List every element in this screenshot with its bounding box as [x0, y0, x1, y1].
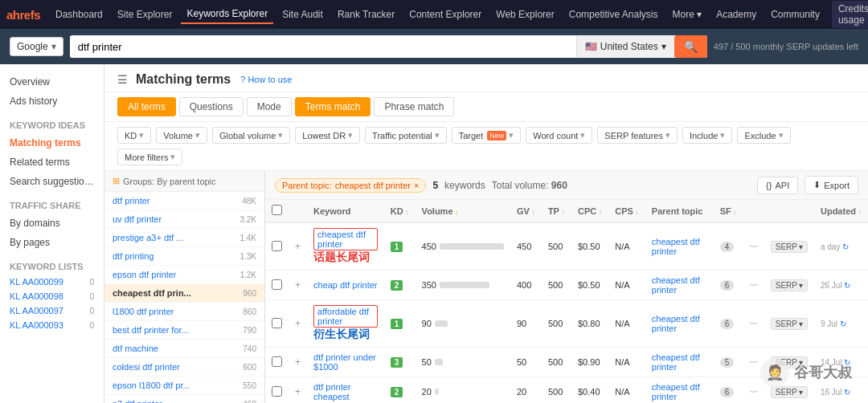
sidebar-item-ads-history[interactable]: Ads history — [0, 92, 104, 111]
sidebar-kw-list-2[interactable]: KL AA000097 0 — [0, 303, 104, 318]
keyword-link[interactable]: affordable dtf printer — [313, 305, 378, 328]
col-kd[interactable]: KD — [384, 200, 416, 222]
tab-all-terms[interactable]: All terms — [117, 97, 176, 116]
serp-dropdown[interactable]: SERP — [771, 279, 808, 291]
add-row-icon[interactable]: + — [295, 241, 301, 252]
row-checkbox[interactable] — [272, 386, 282, 397]
filter-kd[interactable]: KD — [117, 127, 151, 144]
refresh-icon[interactable]: ↻ — [840, 320, 846, 328]
group-item-8[interactable]: dtf machine740 — [104, 340, 264, 358]
filter-serp-features[interactable]: SERP features — [597, 127, 678, 144]
parent-topic-link[interactable]: cheapest dtf printer — [652, 237, 700, 256]
col-cps[interactable]: CPS — [608, 200, 645, 222]
add-row-icon[interactable]: + — [295, 318, 301, 329]
select-all-checkbox[interactable] — [272, 205, 282, 215]
group-item-10[interactable]: epson l1800 dtf pr...550 — [104, 377, 264, 395]
nav-web-explorer[interactable]: Web Explorer — [490, 6, 559, 23]
serp-dropdown[interactable]: SERP — [771, 386, 808, 398]
country-selector[interactable]: 🇺🇸 United States — [576, 36, 674, 57]
kd-badge: 2 — [391, 387, 403, 397]
filter-traffic-potential[interactable]: Traffic potential — [365, 127, 447, 144]
credits-usage[interactable]: Credits usage — [832, 1, 868, 28]
group-item-6[interactable]: l1800 dtf printer860 — [104, 303, 264, 321]
parent-topic-link[interactable]: cheapest dtf printer — [652, 352, 700, 372]
tab-questions[interactable]: Questions — [179, 97, 244, 116]
nav-content-explorer[interactable]: Content Explorer — [403, 6, 487, 23]
sidebar-item-by-domains[interactable]: By domains — [0, 214, 104, 233]
tab-mode[interactable]: Mode — [247, 97, 292, 116]
api-button[interactable]: {} API — [757, 177, 798, 194]
group-item-7[interactable]: best dtf printer for...790 — [104, 321, 264, 340]
nav-more[interactable]: More — [666, 6, 707, 23]
group-item-5[interactable]: cheapest dtf prin...960 — [104, 284, 264, 303]
group-item-1[interactable]: uv dtf printer3.2K — [104, 210, 264, 229]
group-item-4[interactable]: epson dtf printer1.2K — [104, 266, 264, 284]
filter-word-count[interactable]: Word count — [526, 127, 592, 144]
engine-selector[interactable]: Google — [10, 37, 63, 56]
filter-target[interactable]: TargetNew — [452, 127, 522, 144]
nav-site-explorer[interactable]: Site Explorer — [112, 6, 178, 23]
parent-topic-filter[interactable]: Parent topic: cheapest dtf printer — [275, 178, 426, 193]
keyword-link[interactable]: dtf printer cheapest — [313, 382, 350, 401]
group-item-0[interactable]: dtf printer48K — [104, 192, 264, 210]
serp-dropdown[interactable]: SERP — [771, 241, 808, 253]
add-row-icon[interactable]: + — [295, 279, 301, 291]
filter-exclude[interactable]: Exclude — [737, 127, 790, 144]
group-item-2[interactable]: prestige a3+ dtf ...1.4K — [104, 229, 264, 247]
nav-rank-tracker[interactable]: Rank Tracker — [332, 6, 400, 23]
export-button[interactable]: ⬇ Export — [805, 176, 858, 194]
sidebar-item-overview[interactable]: Overview — [0, 72, 104, 92]
filter-lowest-dr[interactable]: Lowest DR — [295, 127, 360, 144]
refresh-icon[interactable]: ↻ — [844, 281, 850, 290]
group-item-3[interactable]: dtf printing1.3K — [104, 247, 264, 266]
keyword-link[interactable]: cheapest dtf printer — [313, 228, 378, 250]
group-item-9[interactable]: coldesi dtf printer600 — [104, 358, 264, 377]
row-checkbox[interactable] — [272, 318, 282, 328]
sidebar-item-by-pages[interactable]: By pages — [0, 233, 104, 252]
parent-topic-link[interactable]: cheapest dtf printer — [652, 382, 700, 401]
filter-include[interactable]: Include — [682, 127, 732, 144]
hamburger-icon[interactable]: ☰ — [117, 73, 128, 86]
nav-community[interactable]: Community — [765, 6, 825, 23]
refresh-icon[interactable]: ↻ — [844, 388, 850, 397]
col-gv[interactable]: GV — [510, 200, 542, 222]
refresh-icon[interactable]: ↻ — [842, 242, 849, 251]
keyword-link[interactable]: cheap dtf printer — [313, 280, 378, 290]
nav-site-audit[interactable]: Site Audit — [276, 6, 329, 23]
keyword-search-input[interactable] — [70, 36, 576, 58]
nav-keywords-explorer[interactable]: Keywords Explorer — [181, 5, 273, 24]
search-button[interactable]: 🔍 — [674, 35, 707, 58]
search-bar: Google 🇺🇸 United States 🔍 497 / 500 mont… — [0, 29, 868, 64]
how-to-use-link[interactable]: ? How to use — [240, 75, 292, 84]
sidebar-kw-list-0[interactable]: KL AA000099 0 — [0, 275, 104, 289]
row-checkbox[interactable] — [272, 279, 282, 290]
col-updated[interactable]: Updated — [814, 200, 868, 222]
sidebar-kw-list-1[interactable]: KL AA000098 0 — [0, 289, 104, 303]
sidebar-kw-list-3[interactable]: KL AA000093 0 — [0, 318, 104, 332]
row-checkbox[interactable] — [272, 356, 282, 367]
add-row-icon[interactable]: + — [295, 386, 301, 397]
nav-competitive-analysis[interactable]: Competitive Analysis — [563, 6, 664, 23]
add-row-icon[interactable]: + — [295, 356, 301, 368]
keyword-link[interactable]: dtf printer under $1000 — [313, 352, 376, 372]
row-checkbox[interactable] — [272, 241, 282, 251]
col-volume[interactable]: Volume — [416, 200, 510, 222]
page-header: ☰ Matching terms ? How to use — [104, 64, 868, 92]
nav-dashboard[interactable]: Dashboard — [50, 6, 108, 23]
sidebar-item-search-suggestions[interactable]: Search suggestions — [0, 172, 104, 191]
group-item-11[interactable]: a3 dtf printer460 — [104, 395, 264, 403]
sidebar-item-related-terms[interactable]: Related terms — [0, 153, 104, 172]
col-sf[interactable]: SF — [714, 200, 743, 222]
filter-more[interactable]: More filters — [117, 149, 182, 165]
filter-global-volume[interactable]: Global volume — [212, 127, 290, 144]
nav-academy[interactable]: Academy — [710, 6, 762, 23]
tab-phrase-match[interactable]: Phrase match — [374, 97, 454, 116]
sidebar-item-matching-terms[interactable]: Matching terms — [0, 133, 104, 153]
parent-topic-link[interactable]: cheapest dtf printer — [652, 275, 700, 295]
tab-terms-match[interactable]: Terms match — [295, 97, 371, 116]
serp-dropdown[interactable]: SERP — [771, 318, 808, 330]
col-tp[interactable]: TP — [542, 200, 571, 222]
col-cpc[interactable]: CPC — [571, 200, 608, 222]
parent-topic-link[interactable]: cheapest dtf printer — [652, 314, 700, 333]
filter-volume[interactable]: Volume — [156, 127, 207, 144]
